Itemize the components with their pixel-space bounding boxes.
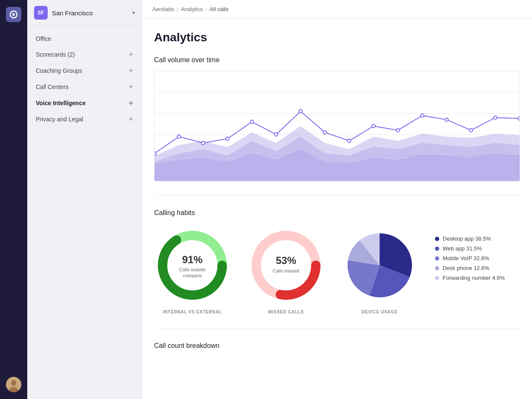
svg-point-9: [154, 152, 156, 155]
page-content: Analytics Call volume over time: [142, 19, 532, 367]
left-rail: [0, 0, 27, 399]
breadcrumb-separator: /: [206, 6, 207, 12]
sidebar: SF San Francisco ▾ Office Scorecards (2)…: [27, 0, 142, 399]
call-volume-chart: [154, 71, 520, 181]
svg-point-24: [518, 117, 520, 120]
sidebar-item-voice-intelligence[interactable]: Voice Intelligence +: [27, 95, 142, 111]
svg-point-13: [250, 120, 254, 123]
page-title: Analytics: [154, 31, 520, 44]
svg-point-19: [396, 129, 400, 132]
chevron-down-icon: ▾: [132, 10, 135, 16]
plus-icon[interactable]: +: [129, 99, 133, 107]
legend-label-webapp: Web app 31.5%: [443, 245, 482, 252]
sidebar-item-coaching-groups[interactable]: Coaching Groups +: [27, 63, 142, 79]
svg-point-23: [494, 116, 497, 119]
call-count-section-title: Call count breakdown: [154, 342, 520, 350]
device-legend: Desktop app 38.5% Web app 31.5% Mobile V…: [435, 227, 505, 281]
legend-item-forwarding: Forwarding number 4.6%: [435, 275, 505, 281]
sidebar-item-scorecards[interactable]: Scorecards (2) +: [27, 46, 142, 63]
sidebar-item-privacy-legal[interactable]: Privacy and Legal +: [27, 111, 142, 127]
svg-point-17: [348, 139, 351, 143]
internal-external-label: INTERNAL VS EXTERNAL: [163, 310, 222, 314]
svg-point-1: [12, 13, 15, 16]
user-avatar[interactable]: [6, 377, 21, 392]
sidebar-item-label: Privacy and Legal: [36, 116, 129, 123]
breadcrumb-separator: /: [177, 6, 178, 12]
legend-label-desktop: Desktop app 38.5%: [443, 235, 491, 242]
sidebar-nav: Office Scorecards (2) + Coaching Groups …: [27, 26, 142, 132]
legend-dot-mobile: [435, 256, 439, 261]
missed-calls-label: MISSED CALLS: [268, 310, 304, 314]
legend-dot-forwarding: [435, 276, 439, 280]
svg-point-20: [420, 114, 424, 117]
section-divider-2: [154, 328, 520, 328]
svg-text:company: company: [183, 273, 202, 278]
legend-label-desk: Desk phone 12.6%: [443, 265, 489, 271]
device-usage-chart: DEVICE USAGE: [341, 227, 418, 314]
legend-item-desk: Desk phone 12.6%: [435, 265, 505, 271]
breadcrumb-current: All calls: [210, 6, 229, 12]
svg-point-14: [275, 133, 278, 136]
svg-point-10: [177, 135, 180, 138]
svg-text:91%: 91%: [182, 254, 203, 265]
sidebar-item-label: Scorecards (2): [36, 51, 129, 58]
calling-habits-section-title: Calling habits: [154, 209, 520, 217]
app-logo[interactable]: [6, 7, 21, 22]
section-divider: [154, 195, 520, 195]
sidebar-item-label: Coaching Groups: [36, 67, 129, 74]
legend-item-webapp: Web app 31.5%: [435, 245, 505, 252]
sidebar-item-office[interactable]: Office: [27, 31, 142, 46]
workspace-badge: SF: [34, 6, 48, 20]
svg-text:53%: 53%: [276, 255, 296, 266]
sidebar-item-call-centers[interactable]: Call Centers +: [27, 79, 142, 95]
legend-label-mobile: Mobile VoIP 32.8%: [443, 255, 489, 261]
svg-point-12: [226, 137, 229, 141]
legend-item-desktop: Desktop app 38.5%: [435, 235, 505, 242]
workspace-selector[interactable]: SF San Francisco ▾: [27, 0, 142, 26]
breadcrumb: Aerolabs / Analytics / All calls: [142, 0, 532, 19]
svg-text:Calls outside: Calls outside: [179, 267, 206, 272]
charts-row: 91% Calls outside company INTERNAL VS EX…: [154, 227, 520, 314]
breadcrumb-aerolabs[interactable]: Aerolabs: [152, 6, 174, 12]
legend-dot-desk: [435, 266, 439, 270]
breadcrumb-analytics[interactable]: Analytics: [181, 6, 203, 12]
plus-icon[interactable]: +: [129, 67, 133, 75]
legend-dot-webapp: [435, 247, 439, 251]
svg-point-15: [299, 109, 302, 113]
svg-point-22: [469, 129, 473, 132]
plus-icon[interactable]: +: [129, 51, 133, 58]
device-usage-label: DEVICE USAGE: [361, 310, 398, 314]
call-volume-section-title: Call volume over time: [154, 56, 520, 64]
svg-point-3: [11, 380, 16, 386]
legend-label-forwarding: Forwarding number 4.6%: [443, 275, 505, 281]
sidebar-item-label: Office: [36, 35, 133, 42]
internal-external-chart: 91% Calls outside company INTERNAL VS EX…: [154, 227, 231, 314]
plus-icon[interactable]: +: [129, 115, 133, 123]
missed-calls-chart: 53% Calls missed MISSED CALLS: [248, 227, 324, 314]
main-content: Aerolabs / Analytics / All calls Analyti…: [142, 0, 532, 399]
legend-item-mobile: Mobile VoIP 32.8%: [435, 255, 505, 261]
svg-point-11: [202, 141, 205, 145]
svg-point-21: [445, 118, 449, 121]
svg-point-16: [323, 131, 327, 134]
svg-point-18: [372, 124, 375, 128]
plus-icon[interactable]: +: [129, 83, 133, 91]
sidebar-item-label: Voice Intelligence: [36, 100, 129, 106]
legend-dot-desktop: [435, 237, 439, 241]
svg-text:Calls missed: Calls missed: [273, 268, 299, 273]
sidebar-item-label: Call Centers: [36, 83, 129, 90]
workspace-name: San Francisco: [52, 9, 128, 17]
